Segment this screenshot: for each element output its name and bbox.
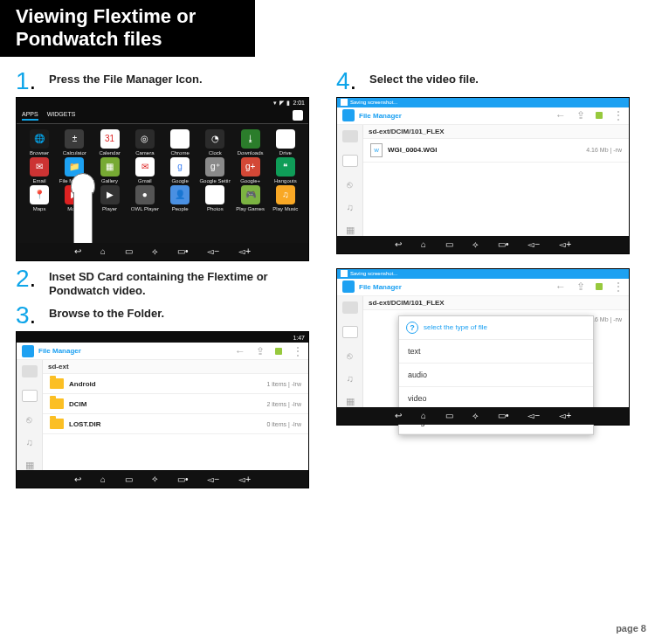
nav-back-icon[interactable]: ↩	[395, 239, 402, 249]
nav-home-icon[interactable]: ⌂	[421, 411, 426, 420]
app-glyph-icon: ✉	[135, 157, 155, 177]
nav-recent-icon[interactable]: ▭	[125, 246, 133, 256]
overflow-menu-icon[interactable]	[613, 109, 624, 121]
play-store-icon[interactable]	[293, 110, 303, 121]
device-storage-icon[interactable]	[22, 365, 38, 377]
folder-meta: 2 items | -lrw	[266, 401, 301, 407]
app-icon-hangouts[interactable]: ❝Hangouts	[270, 157, 301, 184]
nav-expand-icon[interactable]: ⟡	[472, 411, 479, 421]
nav-back-icon[interactable]: ↩	[395, 411, 402, 420]
folder-row[interactable]: LOST.DIR0 items | -lrw	[43, 414, 308, 434]
app-glyph-icon: ✉	[30, 157, 49, 177]
share-icon[interactable]	[256, 345, 265, 357]
back-icon[interactable]	[555, 109, 566, 121]
app-icon-play-music[interactable]: ♫Play Music	[270, 185, 301, 211]
gallery-icon[interactable]: ▦	[346, 396, 355, 407]
nav-home-icon[interactable]: ⌂	[421, 239, 426, 249]
folder-row[interactable]: DCIM2 items | -lrw	[43, 394, 308, 414]
nav-screenshot-icon[interactable]: ▭•	[498, 411, 509, 420]
gallery-icon[interactable]: ▦	[346, 225, 355, 236]
app-glyph-icon: 31	[100, 129, 120, 149]
nav-screenshot-icon[interactable]: ▭•	[177, 246, 189, 256]
app-label: Google Settings	[199, 178, 231, 184]
device-storage-icon[interactable]	[342, 130, 358, 142]
app-label: Play Games	[235, 206, 266, 211]
nav-expand-icon[interactable]: ⟡	[472, 239, 479, 250]
back-icon[interactable]	[555, 280, 566, 293]
android-icon[interactable]	[275, 348, 282, 355]
nav-recent-icon[interactable]: ▭	[125, 474, 133, 484]
folder-name: DCIM	[69, 400, 86, 408]
nav-screenshot-icon[interactable]: ▭•	[498, 239, 509, 249]
android-icon[interactable]	[596, 112, 603, 119]
overflow-menu-icon[interactable]	[613, 280, 624, 293]
music-icon[interactable]: ♫	[25, 437, 32, 447]
nav-home-icon[interactable]: ⌂	[100, 246, 106, 256]
app-icon-google[interactable]: gGoogle	[164, 157, 196, 184]
app-icon-email[interactable]: ✉Email	[24, 157, 55, 184]
nav-expand-icon[interactable]: ⟡	[152, 474, 158, 484]
app-icon-maps[interactable]: 📍Maps	[24, 185, 55, 211]
nav-vol-down-icon[interactable]: ◅−	[527, 411, 540, 420]
folder-icon	[50, 398, 64, 409]
dialog-option-audio[interactable]: audio	[399, 364, 593, 387]
app-icon-clock[interactable]: ◔Clock	[199, 129, 231, 156]
nav-vol-down-icon[interactable]: ◅−	[527, 239, 540, 249]
app-icon-people[interactable]: 👤People	[164, 185, 196, 211]
saving-screenshot-banner: Saving screenshot...	[337, 98, 629, 107]
sd-card-icon[interactable]	[342, 155, 358, 167]
nav-vol-down-icon[interactable]: ◅−	[207, 246, 219, 256]
nav-recent-icon[interactable]: ▭	[445, 411, 453, 420]
dialog-option-text[interactable]: text	[399, 340, 593, 364]
music-icon[interactable]: ♫	[346, 202, 353, 212]
app-icon-owl-player[interactable]: ●OWL Player	[129, 185, 161, 211]
app-glyph-icon: ▶	[100, 185, 120, 204]
app-icon-browser[interactable]: 🌐Browser	[24, 129, 55, 156]
usb-icon[interactable]: ⎋	[347, 350, 353, 361]
nav-vol-up-icon[interactable]: ◅+	[238, 474, 251, 484]
nav-vol-down-icon[interactable]: ◅−	[207, 474, 219, 484]
folder-row[interactable]: Android1 items | -lrw	[43, 374, 308, 394]
nav-vol-up-icon[interactable]: ◅+	[559, 239, 571, 249]
file-row[interactable]: W WGI_0004.WGI 4.16 Mb | -rw	[363, 139, 629, 163]
android-icon[interactable]	[596, 283, 603, 290]
fm-path: sd-ext/DCIM/101_FLEX	[363, 125, 629, 139]
app-icon-calculator[interactable]: ±Calculator	[59, 129, 90, 156]
app-label: Chrome	[164, 150, 196, 156]
app-glyph-icon: 👤	[170, 185, 190, 204]
app-icon-photos[interactable]: ✿Photos	[199, 185, 231, 211]
saving-screenshot-banner: Saving screenshot...	[337, 269, 629, 279]
device-storage-icon[interactable]	[342, 301, 358, 314]
sd-card-icon[interactable]	[342, 326, 358, 338]
app-icon-drive[interactable]: ▲Drive	[270, 129, 301, 156]
app-icon-gmail[interactable]: ✉Gmail	[129, 157, 161, 184]
nav-vol-up-icon[interactable]: ◅+	[238, 246, 251, 256]
music-icon[interactable]: ♫	[346, 373, 353, 384]
nav-recent-icon[interactable]: ▭	[445, 239, 453, 249]
nav-expand-icon[interactable]: ⟡	[152, 246, 158, 257]
app-icon-calendar[interactable]: 31Calendar	[94, 129, 126, 156]
tab-apps[interactable]: APPS	[22, 111, 38, 121]
screenshot-file-type-dialog: Saving screenshot... File Manager	[336, 268, 630, 426]
app-icon-chrome[interactable]: ◉Chrome	[164, 129, 196, 156]
app-icon-play-games[interactable]: 🎮Play Games	[235, 185, 266, 211]
tab-widgets[interactable]: WIDGETS	[47, 111, 76, 121]
back-icon[interactable]	[235, 345, 245, 357]
app-icon-google+[interactable]: g+Google+	[235, 157, 266, 184]
app-icon-google-settings[interactable]: g⁺Google Settings	[199, 157, 231, 184]
nav-vol-up-icon[interactable]: ◅+	[559, 411, 571, 420]
overflow-menu-icon[interactable]	[293, 345, 303, 357]
nav-screenshot-icon[interactable]: ▭•	[177, 474, 189, 484]
app-icon-downloads[interactable]: ⭳Downloads	[235, 129, 266, 156]
nav-back-icon[interactable]: ↩	[74, 474, 81, 484]
fm-sidebar: ⎋ ♫ ▦	[337, 296, 363, 407]
share-icon[interactable]	[576, 280, 585, 293]
android-status-bar: ▾ ◤ ▮ 2:01	[17, 98, 308, 108]
nav-home-icon[interactable]: ⌂	[100, 474, 106, 484]
usb-icon[interactable]: ⎋	[26, 414, 32, 425]
app-icon-camera[interactable]: ◎Camera	[129, 129, 161, 156]
usb-icon[interactable]: ⎋	[347, 179, 353, 190]
nav-back-icon[interactable]: ↩	[74, 246, 81, 256]
sd-card-icon[interactable]	[22, 390, 38, 402]
share-icon[interactable]	[576, 109, 585, 121]
